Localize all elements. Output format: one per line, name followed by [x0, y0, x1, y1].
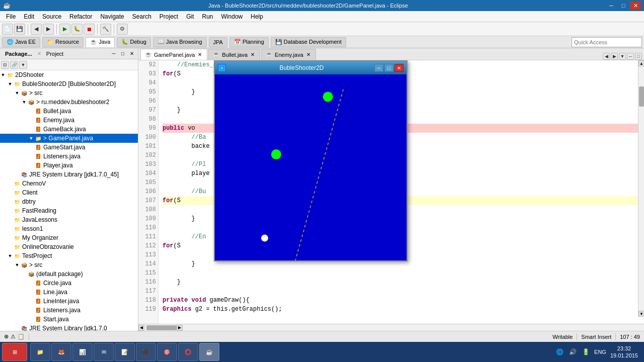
tree-item[interactable]: 📁My Organizer — [0, 233, 138, 242]
tree-item[interactable]: JEnemy.java — [0, 116, 138, 125]
tree-item[interactable]: JGameStart.java — [0, 143, 138, 152]
quick-access-input[interactable] — [572, 37, 642, 47]
perspective-java[interactable]: ☕ Java — [86, 37, 115, 47]
save-button[interactable]: 💾 — [14, 24, 25, 35]
settings-button[interactable]: ⚙ — [117, 24, 128, 35]
editor-tab-scroll-left[interactable]: ◀ — [603, 53, 610, 60]
menu-item-search[interactable]: Search — [128, 12, 155, 21]
tree-item[interactable]: 📚JRE System Library [jdk1.7.0_45] — [0, 170, 138, 179]
scrollbar-down-btn[interactable]: ▼ — [638, 311, 644, 317]
debug-button[interactable]: 🐛 — [71, 24, 83, 35]
tree-item[interactable]: 📁OnlineObrazovanie — [0, 242, 138, 251]
stop-button[interactable]: ⏹ — [84, 24, 95, 35]
tree-item[interactable]: JListeners.java — [0, 306, 138, 315]
start-button[interactable]: ⊞ — [2, 343, 27, 361]
h-scrollbar-thumb[interactable] — [146, 325, 177, 330]
taskbar-file-explorer[interactable]: 📁 — [30, 343, 50, 361]
run-button[interactable]: ▶ — [59, 24, 70, 35]
volume-icon[interactable]: 🔊 — [568, 347, 577, 356]
menu-item-project[interactable]: Project — [155, 12, 182, 21]
menu-item-file[interactable]: File — [2, 12, 20, 21]
tree-item[interactable]: JLineInter.java — [0, 297, 138, 306]
menu-item-navigate[interactable]: Navigate — [96, 12, 128, 21]
tree-item[interactable]: ▼📁> GamePanel.java — [0, 134, 138, 143]
tree-item[interactable]: 📁Client — [0, 188, 138, 197]
bottom-scrollbar[interactable]: ◀ ▶ — [138, 324, 644, 331]
scrollbar-thumb[interactable] — [639, 86, 644, 107]
scrollbar-left-btn[interactable]: ◀ — [138, 325, 144, 331]
tree-item[interactable]: JGameBack.java — [0, 125, 138, 134]
editor-maximize[interactable]: □ — [635, 53, 642, 60]
menu-item-run[interactable]: Run — [198, 12, 217, 21]
tree-item[interactable]: ▼📁TestProject — [0, 251, 138, 260]
tree-item[interactable]: 📦(default package) — [0, 269, 138, 279]
perspective-planning[interactable]: 📅 Planning — [229, 37, 269, 47]
editor-tab-menu[interactable]: ▼ — [619, 53, 626, 60]
perspective-java-browsing[interactable]: 📖 Java Browsing — [153, 37, 207, 47]
taskbar-app1[interactable]: ⬛ — [136, 343, 156, 361]
tree-item[interactable]: ▼📁BubleShooter2D [BubleShooter2D] — [0, 79, 138, 88]
scrollbar-up-btn[interactable]: ▲ — [638, 60, 644, 66]
maximize-button[interactable]: □ — [618, 2, 629, 10]
battery-icon[interactable]: 🔋 — [581, 347, 590, 356]
editor-minimize[interactable]: ─ — [627, 53, 634, 60]
menu-item-help[interactable]: Help — [247, 12, 267, 21]
tree-item[interactable]: JBullet.java — [0, 107, 138, 116]
taskbar-firefox[interactable]: 🦊 — [51, 343, 71, 361]
tree-item[interactable]: JStart.java — [0, 315, 138, 324]
sidebar-close-btn[interactable]: ✕ — [128, 50, 136, 58]
forward-button[interactable]: ▶ — [43, 24, 54, 35]
tree-item[interactable]: ▼📦> src — [0, 260, 138, 269]
scrollbar-right-btn[interactable]: ▶ — [177, 325, 183, 331]
editor-tab-scroll-right[interactable]: ▶ — [611, 53, 618, 60]
taskbar-app3[interactable]: ⭕ — [178, 343, 198, 361]
editor-tab-enemy[interactable]: ☕ Enemy.java ✕ — [261, 49, 316, 60]
tree-item[interactable]: ▼📦> src — [0, 88, 138, 98]
tree-item[interactable]: 📁FastReading — [0, 206, 138, 215]
menu-item-source[interactable]: Source — [38, 12, 65, 21]
network-icon[interactable]: 🌐 — [555, 347, 564, 356]
tree-item[interactable]: JCircle.java — [0, 279, 138, 288]
minimize-button[interactable]: ─ — [606, 2, 617, 10]
tree-item[interactable]: 📁ChernoV — [0, 179, 138, 188]
perspective-database[interactable]: 💾 Database Development — [271, 37, 346, 47]
tree-item[interactable]: JPlayer.java — [0, 161, 138, 170]
right-scrollbar[interactable]: ▲ ▼ — [638, 60, 644, 317]
sidebar-tab-package[interactable]: Package... — [2, 50, 35, 58]
sidebar-collapse-btn[interactable]: ⊟ — [1, 61, 9, 69]
tree-item[interactable]: JLine.java — [0, 288, 138, 297]
tab-close-bullet[interactable]: ✕ — [250, 52, 256, 58]
tree-item[interactable]: 📁dbtry — [0, 197, 138, 206]
sidebar-filter-btn[interactable]: ▼ — [19, 61, 27, 69]
editor-tab-gamepanel[interactable]: ☕ GamePanel.java ✕ — [140, 49, 207, 60]
close-button[interactable]: ✕ — [630, 2, 641, 10]
menu-item-refactor[interactable]: Refactor — [65, 12, 96, 21]
tab-close-gamepanel[interactable]: ✕ — [197, 52, 203, 58]
taskbar-outlook[interactable]: ✉ — [94, 343, 114, 361]
taskbar-excel[interactable]: 📊 — [72, 343, 93, 361]
sidebar-tab-project[interactable]: Project — [43, 50, 66, 58]
sidebar-minimize-btn[interactable]: ─ — [110, 50, 118, 58]
perspective-java-ee[interactable]: 🌐 Java EE — [2, 37, 40, 47]
taskbar-eclipse[interactable]: ☕ — [199, 343, 219, 361]
menu-item-window[interactable]: Window — [217, 12, 247, 21]
tree-item[interactable]: 📚JRE System Library [jdk1.7.0_ — [0, 324, 138, 331]
perspective-jpa[interactable]: JPA — [209, 37, 227, 47]
game-minimize-btn[interactable]: ─ — [374, 64, 383, 72]
tree-item[interactable]: 📁lesson1 — [0, 224, 138, 233]
tree-item[interactable]: JListeners.java — [0, 152, 138, 161]
game-close-btn[interactable]: ✕ — [394, 64, 404, 72]
taskbar-app2[interactable]: 🎯 — [157, 343, 177, 361]
lang-indicator[interactable]: ENG — [594, 349, 606, 355]
menu-item-git[interactable]: Git — [182, 12, 198, 21]
perspective-debug[interactable]: 🐛 Debug — [117, 37, 150, 47]
perspective-resource[interactable]: 📁 Resource — [42, 37, 84, 47]
tab-close-enemy[interactable]: ✕ — [305, 52, 311, 58]
build-button[interactable]: 🔨 — [100, 24, 111, 35]
back-button[interactable]: ◀ — [31, 24, 42, 35]
tree-item[interactable]: 📁JavaLessons — [0, 215, 138, 224]
editor-tab-bullet[interactable]: ☕ Bullet.java ✕ — [208, 49, 260, 60]
taskbar-word[interactable]: 📝 — [115, 343, 135, 361]
sidebar-link-btn[interactable]: 🔗 — [10, 61, 18, 69]
sidebar-maximize-btn[interactable]: □ — [119, 50, 127, 58]
